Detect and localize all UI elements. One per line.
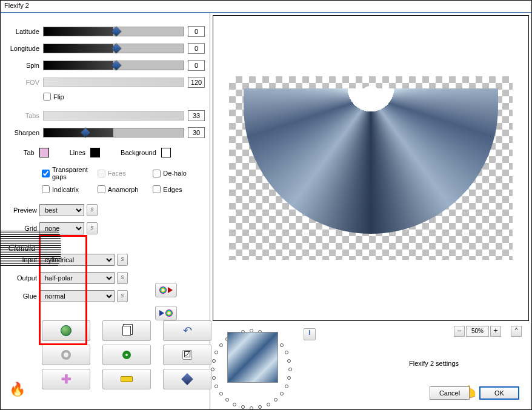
grid-s-button[interactable]: s xyxy=(87,222,98,234)
latitude-value[interactable] xyxy=(188,26,205,37)
flame-icon[interactable]: 🔥 xyxy=(9,382,25,397)
preview-label: Preview xyxy=(5,207,39,214)
preview-panel: i – 50% + ^ Flexify 2 settings 👉 Cancel … xyxy=(210,13,531,409)
preview-s-button[interactable]: s xyxy=(87,204,98,216)
sharpen-slider[interactable] xyxy=(43,128,184,137)
undo-icon: ↶ xyxy=(183,324,192,337)
disc-play-button[interactable] xyxy=(155,283,177,297)
green-ring-button[interactable] xyxy=(102,345,151,365)
brick-icon xyxy=(121,376,133,382)
ring-button[interactable] xyxy=(42,345,90,365)
lines-color-label: Lines xyxy=(70,149,85,156)
play-disc-button[interactable] xyxy=(155,306,177,320)
tabs-value[interactable] xyxy=(188,110,205,121)
expand-button[interactable]: ^ xyxy=(511,326,522,337)
lines-color-swatch[interactable] xyxy=(90,148,100,157)
controls-panel: Latitude Longitude Spin FOV Flip Tabs xyxy=(1,13,210,409)
background-color-swatch[interactable] xyxy=(161,148,171,157)
tabs-label: Tabs xyxy=(5,112,43,119)
longitude-slider[interactable] xyxy=(43,44,184,53)
zoom-value: 50% xyxy=(466,326,489,337)
tabs-slider xyxy=(43,111,184,121)
faces-checkbox: Faces xyxy=(98,170,150,177)
preview-canvas[interactable] xyxy=(213,15,529,321)
spin-slider[interactable] xyxy=(43,61,184,70)
plus-button[interactable]: ✚ xyxy=(42,369,90,389)
ok-button[interactable]: OK xyxy=(479,386,519,400)
flip-checkbox[interactable] xyxy=(43,93,51,101)
glue-select[interactable]: normal xyxy=(39,290,115,302)
output-label: Output xyxy=(5,274,39,282)
output-s-button[interactable]: s xyxy=(117,272,128,284)
flip-label: Flip xyxy=(53,93,64,101)
dehalo-checkbox[interactable]: De-halo xyxy=(153,170,205,177)
globe-button[interactable] xyxy=(42,320,90,341)
globe-icon xyxy=(61,325,71,336)
thumbnail-navigator[interactable] xyxy=(209,327,294,410)
output-select[interactable]: half-polar xyxy=(39,272,115,284)
tab-color-label: Tab xyxy=(24,149,35,156)
indicatrix-checkbox[interactable]: Indicatrix xyxy=(42,185,94,193)
longitude-label: Longitude xyxy=(5,45,43,52)
plus-icon: ✚ xyxy=(61,372,71,386)
dice-button[interactable] xyxy=(163,345,211,365)
green-ring-icon xyxy=(122,351,131,359)
fov-slider xyxy=(43,78,184,87)
window-title: Flexify 2 xyxy=(1,1,531,13)
cube-button[interactable] xyxy=(163,369,211,389)
zoom-in-button[interactable]: + xyxy=(490,326,501,337)
cancel-button[interactable]: Cancel xyxy=(430,386,470,400)
latitude-label: Latitude xyxy=(5,28,43,35)
latitude-slider[interactable] xyxy=(43,27,184,36)
undo-button[interactable]: ↶ xyxy=(163,320,211,341)
disc-icon xyxy=(165,309,173,317)
anamorph-checkbox[interactable]: Anamorph xyxy=(98,185,150,193)
transparent-gaps-checkbox[interactable]: Transparent gaps xyxy=(42,166,94,180)
play-icon xyxy=(168,287,173,293)
glue-label: Glue xyxy=(5,293,39,300)
copy-button[interactable] xyxy=(102,320,151,341)
edges-checkbox[interactable]: Edges xyxy=(153,185,205,193)
spin-value[interactable] xyxy=(188,60,205,71)
sharpen-value[interactable] xyxy=(188,127,205,138)
play-icon xyxy=(159,310,164,316)
background-color-label: Background xyxy=(121,149,156,156)
fov-value[interactable] xyxy=(188,77,205,88)
input-s-button[interactable]: s xyxy=(117,254,128,266)
glue-s-button[interactable]: s xyxy=(117,290,128,302)
ring-icon xyxy=(61,350,71,360)
spin-label: Spin xyxy=(5,62,43,69)
watermark: Claudia xyxy=(0,231,61,266)
settings-label: Flexify 2 settings xyxy=(409,360,459,367)
sharpen-label: Sharpen xyxy=(5,129,43,136)
fov-label: FOV xyxy=(5,79,43,86)
tab-color-swatch[interactable] xyxy=(39,148,49,157)
thumbnail-image xyxy=(227,332,278,383)
disc-icon xyxy=(159,286,167,294)
cube-icon xyxy=(181,373,193,385)
dice-icon xyxy=(182,350,192,360)
longitude-value[interactable] xyxy=(188,43,205,54)
info-button[interactable]: i xyxy=(304,328,316,340)
brick-button[interactable] xyxy=(102,369,151,389)
copy-icon xyxy=(122,326,131,336)
preview-select[interactable]: best xyxy=(39,204,84,216)
zoom-out-button[interactable]: – xyxy=(454,326,465,337)
